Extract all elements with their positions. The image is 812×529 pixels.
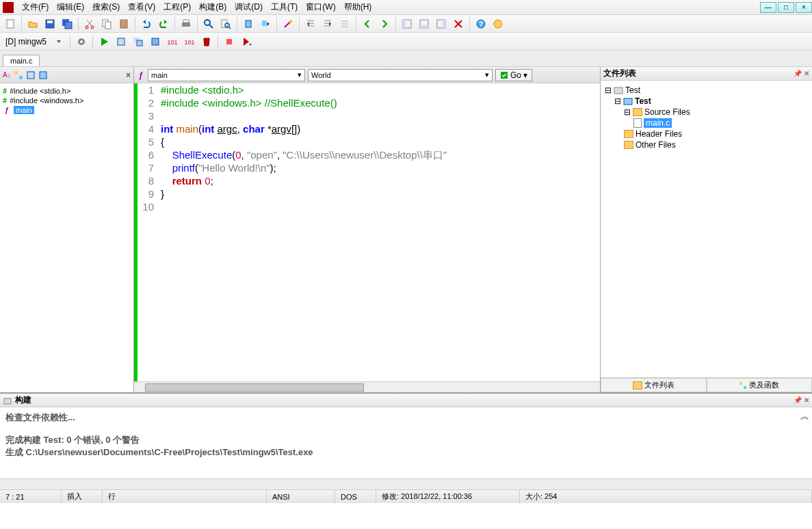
paste-icon[interactable] — [116, 16, 131, 31]
build-icon[interactable] — [131, 34, 146, 49]
stop-icon[interactable] — [222, 34, 237, 49]
config-dropdown-icon[interactable] — [51, 34, 66, 49]
save-icon[interactable] — [42, 16, 57, 31]
panel1-icon[interactable] — [400, 16, 415, 31]
main-toolbar: ? — [0, 15, 812, 33]
editor-tabs: main.c — [0, 51, 812, 67]
symbol-list[interactable]: ##include <stdio.h>##include <windows.h>… — [0, 83, 133, 392]
tab-file-list[interactable]: 文件列表 — [601, 378, 707, 392]
go-button[interactable]: Go▾ — [495, 69, 532, 81]
menu-window[interactable]: 窗口(W) — [302, 1, 339, 13]
menu-edit[interactable]: 编辑(E) — [53, 1, 88, 13]
menu-view[interactable]: 查看(V) — [124, 1, 159, 13]
svg-rect-10 — [122, 19, 126, 21]
save-all-icon[interactable] — [60, 16, 75, 31]
menu-build[interactable]: 构建(B) — [195, 1, 231, 13]
group-icon[interactable] — [14, 70, 23, 80]
rebuild-icon[interactable] — [148, 34, 163, 49]
symbol-combo[interactable]: World▾ — [308, 69, 493, 81]
svg-point-26 — [494, 20, 502, 28]
status-row: 行 — [103, 490, 267, 503]
menu-file[interactable]: 文件(F) — [18, 1, 53, 13]
bin-a-icon[interactable]: 101 — [165, 34, 180, 49]
list-icon[interactable] — [26, 70, 36, 80]
open-icon[interactable] — [25, 16, 40, 31]
svg-rect-2 — [47, 21, 53, 23]
svg-rect-32 — [152, 38, 159, 45]
editor-area: ƒ main▾ World▾ Go▾ 12345678910 #include … — [134, 67, 600, 392]
gear-icon[interactable] — [74, 34, 89, 49]
window-controls: — □ × — [759, 2, 812, 13]
status-encoding: ANSI — [267, 490, 335, 503]
svg-point-28 — [80, 40, 83, 43]
cut-icon[interactable] — [82, 16, 97, 31]
tab-classes[interactable]: 类及函数 — [707, 378, 813, 392]
status-size: 大小: 254 — [520, 490, 812, 503]
find-files-icon[interactable] — [218, 16, 233, 31]
bookmark-toggle-icon[interactable] — [241, 16, 256, 31]
pin-icon[interactable]: 📌 ✕ — [794, 70, 809, 77]
indent-left-icon[interactable] — [303, 16, 318, 31]
maximize-button[interactable]: □ — [778, 2, 794, 13]
project-tree[interactable]: ⊟Test ⊟Test ⊟Source Files main.c Header … — [601, 81, 812, 377]
nav-back-icon[interactable] — [360, 16, 375, 31]
build-scrollbar[interactable] — [0, 478, 812, 489]
compile-icon[interactable] — [114, 34, 129, 49]
svg-rect-4 — [65, 22, 72, 29]
menu-project[interactable]: 工程(P) — [159, 1, 195, 13]
menu-tools[interactable]: 工具(T) — [267, 1, 302, 13]
print-icon[interactable] — [179, 16, 194, 31]
menubar: 文件(F) 编辑(E) 搜索(S) 查看(V) 工程(P) 构建(B) 调试(D… — [0, 0, 812, 15]
toggle-ws-icon[interactable] — [337, 16, 352, 31]
scope-icon: ƒ — [137, 70, 145, 80]
nav-forward-icon[interactable] — [377, 16, 392, 31]
redo-icon[interactable] — [156, 16, 171, 31]
panel2-icon[interactable] — [417, 16, 432, 31]
find-icon[interactable] — [201, 16, 216, 31]
status-modified: 修改: 2018/12/22, 11:00:36 — [376, 490, 520, 503]
sort-az-icon[interactable]: A↓ — [3, 71, 11, 79]
close-button[interactable]: × — [796, 2, 812, 13]
clean-icon[interactable] — [199, 34, 214, 49]
indent-right-icon[interactable] — [320, 16, 335, 31]
class-icon[interactable] — [38, 70, 48, 80]
svg-text:101: 101 — [185, 39, 195, 46]
folder-icon — [633, 381, 642, 390]
undo-icon[interactable] — [139, 16, 154, 31]
build-icon — [3, 396, 12, 405]
copy-icon[interactable] — [99, 16, 114, 31]
svg-rect-8 — [105, 22, 111, 29]
scroll-up-icon[interactable]: ︽ — [800, 410, 809, 422]
menu-debug[interactable]: 调试(D) — [231, 1, 267, 13]
new-file-icon[interactable] — [3, 16, 18, 31]
svg-text:?: ? — [479, 21, 483, 28]
minimize-button[interactable]: — — [760, 2, 776, 13]
svg-rect-29 — [118, 38, 125, 45]
menu-search[interactable]: 搜索(S) — [88, 1, 124, 13]
menu-help[interactable]: 帮助(H) — [340, 1, 376, 13]
run-icon[interactable] — [96, 34, 112, 49]
build-output[interactable]: ︽ 检查文件依赖性... 完成构建 Test: 0 个错误, 0 个警告生成 C… — [0, 407, 812, 478]
help-icon[interactable]: ? — [473, 16, 488, 31]
debug-dropdown-icon[interactable] — [239, 34, 254, 49]
code-editor[interactable]: 12345678910 #include <stdio.h>#include <… — [134, 83, 600, 381]
about-icon[interactable] — [490, 16, 506, 31]
tab-main-c[interactable]: main.c — [3, 55, 40, 66]
editor-scrollbar[interactable] — [134, 381, 600, 392]
svg-rect-36 — [14, 71, 18, 74]
svg-rect-23 — [443, 20, 445, 28]
build-pane: 构建 📌 ✕ ︽ 检查文件依赖性... 完成构建 Test: 0 个错误, 0 … — [0, 392, 812, 489]
status-pos: 7 : 21 — [0, 490, 62, 503]
wand-icon[interactable] — [280, 16, 296, 31]
scope-combo[interactable]: main▾ — [148, 69, 305, 81]
svg-rect-44 — [744, 386, 746, 389]
svg-rect-21 — [420, 25, 428, 28]
bookmark-next-icon[interactable] — [258, 16, 273, 31]
svg-text:101: 101 — [168, 39, 178, 46]
bin-b-icon[interactable]: 101 — [182, 34, 197, 49]
panel3-icon[interactable] — [434, 16, 449, 31]
close-pane-icon[interactable]: × — [126, 70, 131, 80]
config-label: [D] mingw5 — [3, 37, 49, 46]
delete-icon[interactable] — [451, 16, 466, 31]
build-pin-icon[interactable]: 📌 ✕ — [794, 396, 809, 404]
